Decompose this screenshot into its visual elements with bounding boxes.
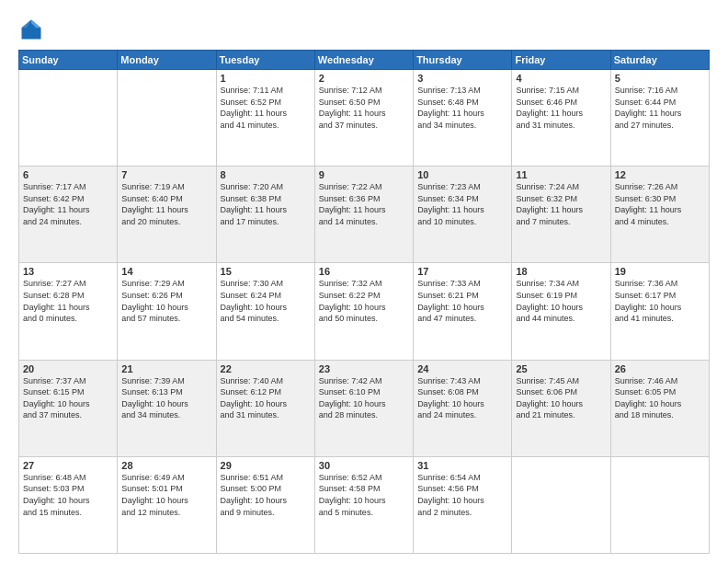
cell-content: Sunrise: 7:16 AM Sunset: 6:44 PM Dayligh…: [615, 85, 705, 131]
cell-content: Sunrise: 7:37 AM Sunset: 6:15 PM Dayligh…: [23, 375, 113, 421]
calendar-cell: 30Sunrise: 6:52 AM Sunset: 4:58 PM Dayli…: [314, 456, 413, 553]
cell-content: Sunrise: 6:51 AM Sunset: 5:00 PM Dayligh…: [221, 472, 311, 518]
calendar-cell: 3Sunrise: 7:13 AM Sunset: 6:48 PM Daylig…: [414, 70, 512, 167]
day-number: 8: [221, 169, 311, 180]
cell-content: Sunrise: 7:15 AM Sunset: 6:46 PM Dayligh…: [516, 85, 606, 131]
cell-content: Sunrise: 7:32 AM Sunset: 6:22 PM Dayligh…: [319, 278, 409, 324]
day-number: 25: [516, 363, 606, 374]
day-number: 13: [23, 266, 113, 277]
calendar-cell: 31Sunrise: 6:54 AM Sunset: 4:56 PM Dayli…: [414, 456, 512, 553]
calendar-cell: 13Sunrise: 7:27 AM Sunset: 6:28 PM Dayli…: [19, 263, 118, 360]
day-number: 1: [221, 73, 311, 84]
day-number: 30: [319, 460, 409, 471]
day-number: 14: [121, 266, 211, 277]
day-number: 16: [319, 266, 409, 277]
cell-content: Sunrise: 7:36 AM Sunset: 6:17 PM Dayligh…: [615, 278, 705, 324]
header: [18, 17, 710, 42]
calendar-week-4: 20Sunrise: 7:37 AM Sunset: 6:15 PM Dayli…: [19, 360, 710, 456]
calendar-cell: 19Sunrise: 7:36 AM Sunset: 6:17 PM Dayli…: [610, 263, 709, 360]
day-number: 4: [516, 73, 606, 84]
calendar-week-3: 13Sunrise: 7:27 AM Sunset: 6:28 PM Dayli…: [19, 263, 710, 360]
day-number: 6: [23, 169, 113, 180]
cell-content: Sunrise: 7:19 AM Sunset: 6:40 PM Dayligh…: [121, 181, 211, 227]
cell-content: Sunrise: 6:54 AM Sunset: 4:56 PM Dayligh…: [417, 472, 507, 518]
day-number: 7: [121, 169, 211, 180]
cell-content: Sunrise: 7:22 AM Sunset: 6:36 PM Dayligh…: [319, 181, 409, 227]
cell-content: Sunrise: 7:26 AM Sunset: 6:30 PM Dayligh…: [615, 181, 705, 227]
cell-content: Sunrise: 7:23 AM Sunset: 6:34 PM Dayligh…: [417, 181, 507, 227]
calendar-cell: 15Sunrise: 7:30 AM Sunset: 6:24 PM Dayli…: [216, 263, 314, 360]
day-number: 20: [23, 363, 113, 374]
header-day-saturday: Saturday: [610, 51, 709, 70]
cell-content: Sunrise: 7:43 AM Sunset: 6:08 PM Dayligh…: [417, 375, 507, 421]
calendar-cell: 28Sunrise: 6:49 AM Sunset: 5:01 PM Dayli…: [118, 456, 216, 553]
day-number: 21: [121, 363, 211, 374]
calendar-cell: 20Sunrise: 7:37 AM Sunset: 6:15 PM Dayli…: [19, 360, 118, 456]
cell-content: Sunrise: 6:52 AM Sunset: 4:58 PM Dayligh…: [319, 472, 409, 518]
calendar-cell: 16Sunrise: 7:32 AM Sunset: 6:22 PM Dayli…: [314, 263, 413, 360]
cell-content: Sunrise: 7:40 AM Sunset: 6:12 PM Dayligh…: [221, 375, 311, 421]
logo: [18, 17, 48, 42]
cell-content: Sunrise: 7:12 AM Sunset: 6:50 PM Dayligh…: [319, 85, 409, 131]
day-number: 28: [121, 460, 211, 471]
calendar-cell: 5Sunrise: 7:16 AM Sunset: 6:44 PM Daylig…: [610, 70, 709, 167]
cell-content: Sunrise: 7:11 AM Sunset: 6:52 PM Dayligh…: [221, 85, 311, 131]
calendar-week-2: 6Sunrise: 7:17 AM Sunset: 6:42 PM Daylig…: [19, 167, 710, 263]
calendar-cell: 6Sunrise: 7:17 AM Sunset: 6:42 PM Daylig…: [19, 167, 118, 263]
calendar-cell: 23Sunrise: 7:42 AM Sunset: 6:10 PM Dayli…: [314, 360, 413, 456]
day-number: 12: [615, 169, 705, 180]
calendar-cell: 17Sunrise: 7:33 AM Sunset: 6:21 PM Dayli…: [414, 263, 512, 360]
calendar-cell: 18Sunrise: 7:34 AM Sunset: 6:19 PM Dayli…: [512, 263, 610, 360]
calendar-cell: 22Sunrise: 7:40 AM Sunset: 6:12 PM Dayli…: [216, 360, 314, 456]
day-number: 31: [417, 460, 507, 471]
cell-content: Sunrise: 7:45 AM Sunset: 6:06 PM Dayligh…: [516, 375, 606, 421]
day-number: 24: [417, 363, 507, 374]
day-number: 11: [516, 169, 606, 180]
calendar-cell: [610, 456, 709, 553]
cell-content: Sunrise: 7:27 AM Sunset: 6:28 PM Dayligh…: [23, 278, 113, 324]
calendar-cell: 9Sunrise: 7:22 AM Sunset: 6:36 PM Daylig…: [314, 167, 413, 263]
cell-content: Sunrise: 7:34 AM Sunset: 6:19 PM Dayligh…: [516, 278, 606, 324]
header-day-monday: Monday: [118, 51, 216, 70]
cell-content: Sunrise: 7:17 AM Sunset: 6:42 PM Dayligh…: [23, 181, 113, 227]
calendar-cell: 11Sunrise: 7:24 AM Sunset: 6:32 PM Dayli…: [512, 167, 610, 263]
cell-content: Sunrise: 7:46 AM Sunset: 6:05 PM Dayligh…: [615, 375, 705, 421]
calendar-header-row: SundayMondayTuesdayWednesdayThursdayFrid…: [19, 51, 710, 70]
day-number: 29: [221, 460, 311, 471]
calendar-cell: 10Sunrise: 7:23 AM Sunset: 6:34 PM Dayli…: [414, 167, 512, 263]
calendar-cell: 2Sunrise: 7:12 AM Sunset: 6:50 PM Daylig…: [314, 70, 413, 167]
calendar-cell: 25Sunrise: 7:45 AM Sunset: 6:06 PM Dayli…: [512, 360, 610, 456]
calendar-cell: 12Sunrise: 7:26 AM Sunset: 6:30 PM Dayli…: [610, 167, 709, 263]
header-day-wednesday: Wednesday: [314, 51, 413, 70]
logo-icon: [18, 17, 44, 42]
header-day-thursday: Thursday: [414, 51, 512, 70]
calendar-cell: 29Sunrise: 6:51 AM Sunset: 5:00 PM Dayli…: [216, 456, 314, 553]
day-number: 17: [417, 266, 507, 277]
day-number: 9: [319, 169, 409, 180]
cell-content: Sunrise: 7:13 AM Sunset: 6:48 PM Dayligh…: [417, 85, 507, 131]
day-number: 15: [221, 266, 311, 277]
calendar-cell: 24Sunrise: 7:43 AM Sunset: 6:08 PM Dayli…: [414, 360, 512, 456]
calendar-table: SundayMondayTuesdayWednesdayThursdayFrid…: [18, 50, 710, 554]
cell-content: Sunrise: 7:30 AM Sunset: 6:24 PM Dayligh…: [221, 278, 311, 324]
calendar-cell: [512, 456, 610, 553]
day-number: 10: [417, 169, 507, 180]
calendar-cell: 7Sunrise: 7:19 AM Sunset: 6:40 PM Daylig…: [118, 167, 216, 263]
cell-content: Sunrise: 7:24 AM Sunset: 6:32 PM Dayligh…: [516, 181, 606, 227]
cell-content: Sunrise: 7:39 AM Sunset: 6:13 PM Dayligh…: [121, 375, 211, 421]
calendar-cell: 14Sunrise: 7:29 AM Sunset: 6:26 PM Dayli…: [118, 263, 216, 360]
header-day-sunday: Sunday: [19, 51, 118, 70]
day-number: 27: [23, 460, 113, 471]
cell-content: Sunrise: 7:33 AM Sunset: 6:21 PM Dayligh…: [417, 278, 507, 324]
calendar-cell: 4Sunrise: 7:15 AM Sunset: 6:46 PM Daylig…: [512, 70, 610, 167]
day-number: 5: [615, 73, 705, 84]
page: SundayMondayTuesdayWednesdayThursdayFrid…: [0, 0, 728, 563]
day-number: 23: [319, 363, 409, 374]
calendar-cell: 8Sunrise: 7:20 AM Sunset: 6:38 PM Daylig…: [216, 167, 314, 263]
calendar-cell: 26Sunrise: 7:46 AM Sunset: 6:05 PM Dayli…: [610, 360, 709, 456]
day-number: 18: [516, 266, 606, 277]
cell-content: Sunrise: 7:20 AM Sunset: 6:38 PM Dayligh…: [221, 181, 311, 227]
cell-content: Sunrise: 6:49 AM Sunset: 5:01 PM Dayligh…: [121, 472, 211, 518]
header-day-friday: Friday: [512, 51, 610, 70]
calendar-cell: [118, 70, 216, 167]
